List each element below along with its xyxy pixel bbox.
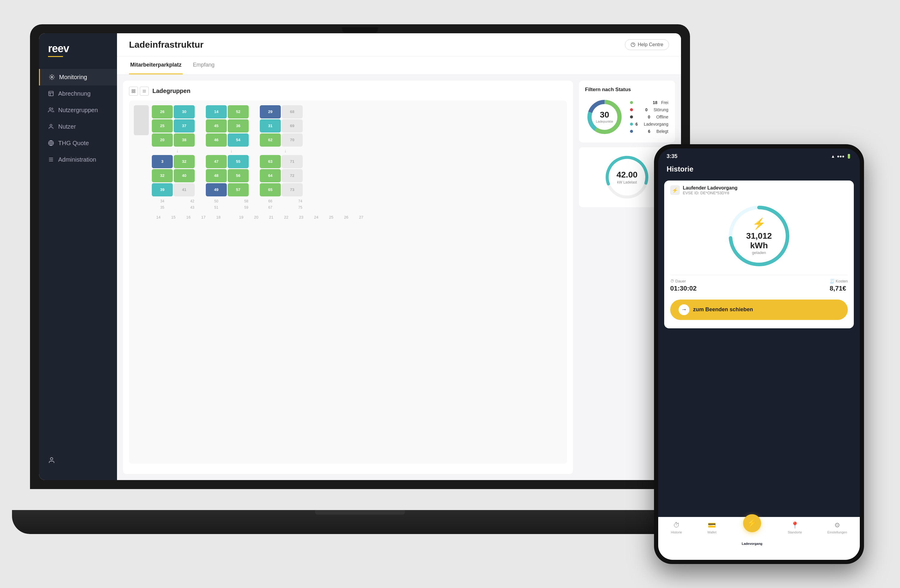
panel-title: Ladegruppen (152, 88, 191, 94)
sidebar-item-monitoring[interactable]: Monitoring (39, 69, 117, 85)
num-59: 59 (236, 205, 257, 210)
svg-point-4 (49, 108, 51, 110)
help-label: Help Centre (638, 42, 663, 47)
laptop: reev Monitoring Abrechnung (30, 24, 690, 534)
sidebar-label-abrechnung: Abrechnung (58, 90, 91, 97)
nav-label-wallet: Wallet (708, 531, 716, 534)
receipt-icon: 🧾 (830, 279, 835, 283)
logo: reev (39, 42, 117, 69)
list-icon (142, 89, 146, 93)
sidebar-item-nutzer[interactable]: Nutzer (39, 118, 117, 135)
bottom-num-16: 16 (182, 214, 195, 220)
legend-label-stoerung: Störung (654, 107, 669, 112)
slots-row-5: 32 40 (152, 169, 203, 182)
legend-count-ladevorgang: 6 (635, 122, 641, 127)
donut-container: 30 Ladepunkte 18 Frei (585, 97, 669, 136)
sidebar-item-administration[interactable]: Administration (39, 152, 117, 168)
slot-57: 57 (228, 183, 249, 197)
view-grid-btn[interactable] (129, 87, 138, 96)
lightning-icon: ⚡ (743, 217, 776, 230)
nav-label-ladevorgang: Ladevorgang (742, 542, 762, 545)
slot-63: 63 (260, 155, 281, 168)
slot-73: 73 (282, 183, 303, 197)
location-icon: 📍 (791, 521, 799, 529)
slot-36: 36 (228, 119, 249, 133)
slot-38: 38 (174, 133, 195, 147)
tab-empfang[interactable]: Empfang (192, 56, 216, 74)
slot-68: 68 (282, 105, 303, 118)
parking-group-4: 29 68 31 69 62 (260, 105, 311, 210)
slot-48: 48 (206, 169, 227, 182)
slots-row-6: 39 41 (152, 183, 203, 197)
sidebar-item-thg[interactable]: THG Quote (39, 135, 117, 152)
dauer-value: 01:30:02 (670, 285, 697, 292)
slot-52: 52 (228, 105, 249, 118)
sidebar-item-abrechnung[interactable]: Abrechnung (39, 85, 117, 102)
phone-nav-einstellungen[interactable]: ⚙ Einstellungen (827, 521, 847, 552)
svg-rect-17 (134, 91, 135, 93)
stop-slider[interactable]: → zum Beenden schieben (670, 300, 848, 320)
legend-count-frei: 18 (653, 100, 659, 105)
slot-40: 40 (174, 169, 195, 182)
slot-47: 47 (206, 155, 227, 168)
lightning-nav-icon: ⚡ (747, 518, 757, 528)
charger-icon: ⚡ (670, 185, 680, 195)
legend-label-frei: Frei (661, 100, 669, 105)
legend-count-belegt: 6 (648, 129, 654, 134)
phone: 3:35 ▲ ●●● 🔋 Historie ⚡ Laufender Ladevo… (654, 144, 864, 564)
help-button[interactable]: Help Centre (625, 39, 669, 50)
phone-content: ⚡ Laufender Ladevorgang EVSE ID: DE*ONE*… (658, 178, 860, 517)
num-74: 74 (290, 198, 311, 204)
phone-status-bar: 3:35 ▲ ●●● 🔋 (658, 149, 860, 162)
ladelast-value: 42.00 (616, 170, 638, 179)
slots-row-3: 20 38 (152, 133, 203, 147)
charging-ring: ⚡ 31,012 kWh geladen (670, 197, 848, 275)
phone-header: Historie (658, 162, 860, 178)
slot-30: 30 (174, 105, 195, 118)
tab-mitarbeiterparkplatz[interactable]: Mitarbeiterparkplatz (129, 56, 183, 74)
slider-arrow: → (679, 304, 689, 315)
clock-icon: ⏱ (670, 279, 674, 283)
ring-center: ⚡ 31,012 kWh geladen (743, 217, 776, 255)
slot-54: 54 (228, 133, 249, 147)
slot-14: 14 (206, 105, 227, 118)
svg-point-0 (51, 76, 53, 78)
center-btn[interactable]: ⚡ (743, 514, 761, 532)
sidebar-label-thg: THG Quote (58, 140, 89, 147)
g3-slots-row-6: 49 57 (206, 183, 257, 197)
phone-screen: 3:35 ▲ ●●● 🔋 Historie ⚡ Laufender Ladevo… (658, 149, 860, 560)
legend-offline: 0 Offline (630, 115, 669, 119)
phone-nav-wallet[interactable]: 💳 Wallet (708, 521, 716, 552)
ladegruppen-panel: Ladegruppen (123, 80, 573, 474)
filter-card: Filtern nach Status (579, 80, 675, 142)
g3-slots-row-4: 47 55 (206, 155, 257, 168)
slot-32: 32 (152, 169, 173, 182)
user-avatar[interactable] (39, 451, 117, 471)
grid-icon (131, 89, 136, 93)
parking-group-1 (134, 105, 149, 210)
phone-time: 3:35 (667, 153, 677, 159)
sidebar-item-nutzergruppen[interactable]: Nutzergruppen (39, 102, 117, 118)
kosten-value: 8,71€ (830, 285, 848, 292)
slot-65: 65 (260, 183, 281, 197)
battery-icon: 🔋 (846, 154, 851, 159)
phone-nav: ⏱ Historie 💳 Wallet ⚡ Ladevorgang 📍 Stan… (658, 517, 860, 560)
phone-nav-ladevorgang[interactable]: ⚡ Ladevorgang (742, 514, 762, 545)
num-row-g4b: 67 75 (260, 205, 311, 210)
view-list-btn[interactable] (140, 87, 149, 96)
ladelast-center: 42.00 kW Ladelast (616, 170, 638, 184)
slot-70: 70 (282, 133, 303, 147)
g4-slots-row-5: 64 72 (260, 169, 311, 182)
bottom-num-24: 24 (310, 214, 323, 220)
phone-nav-standorte[interactable]: 📍 Standorte (788, 521, 802, 552)
phone-nav-historie[interactable]: ⏱ Historie (671, 521, 682, 552)
bottom-num-27: 27 (355, 214, 368, 220)
kosten-label: 🧾 Kosten (830, 279, 848, 283)
filter-title: Filtern nach Status (585, 87, 669, 93)
g4-slots-row-6: 65 73 (260, 183, 311, 197)
g4-slots-row-2: 31 69 (260, 119, 311, 133)
slot-37: 37 (174, 119, 195, 133)
phone-status-icons: ▲ ●●● 🔋 (831, 154, 851, 159)
legend-frei: 18 Frei (630, 100, 669, 105)
svg-rect-15 (134, 89, 135, 91)
